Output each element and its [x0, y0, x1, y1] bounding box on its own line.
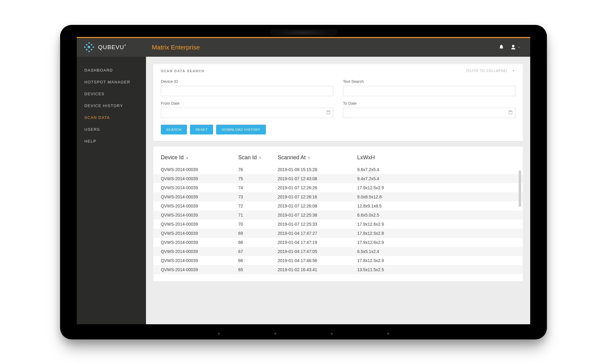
download-history-button[interactable]: DOWNLOAD HISTORY	[216, 125, 266, 134]
text-search-label: Text Search	[343, 79, 515, 84]
topbar: QUBEVU® Matrix Enterprise	[77, 38, 530, 57]
collapse-hint[interactable]: (CLICK TO COLLAPSE)	[466, 69, 508, 72]
table-row[interactable]: QVWS-2014-00039722019-01-07 12:26:0812.8…	[153, 201, 523, 211]
sidebar-item-scan-data[interactable]: SCAN DATA	[77, 112, 146, 123]
device-id-input[interactable]	[161, 86, 333, 96]
cell-device-id: QVWS-2014-00039	[161, 213, 238, 217]
cell-scanned-at: 2019-01-07 12:25:33	[278, 222, 357, 227]
user-menu[interactable]	[507, 44, 524, 50]
cell-scanned-at: 2019-01-07 12:43:08	[278, 176, 357, 181]
search-panel: SCAN DATA SEARCH (CLICK TO COLLAPSE) Dev…	[153, 64, 523, 141]
tablet-frame: QUBEVU® Matrix Enterprise DASHBOARDHOTSP…	[60, 25, 547, 339]
cell-device-id: QVWS-2014-00039	[161, 222, 238, 227]
sidebar-item-users[interactable]: USERS	[77, 123, 146, 135]
sidebar: DASHBOARDHOTSPOT MANAGERDEVICESDEVICE HI…	[77, 57, 146, 324]
from-date-label: From Date	[161, 101, 333, 106]
app-screen: QUBEVU® Matrix Enterprise DASHBOARDHOTSP…	[77, 37, 530, 324]
table-row[interactable]: QVWS-2014-00039742019-01-07 12:26:2617.9…	[153, 183, 523, 192]
scrollbar-thumb[interactable]	[519, 170, 521, 207]
from-date-input[interactable]	[161, 108, 333, 118]
col-scan-id[interactable]: Scan Id⇅	[238, 154, 278, 161]
chevron-up-icon[interactable]	[512, 68, 515, 74]
table-row[interactable]: QVWS-2014-00039762019-01-09 15:15:289.6x…	[153, 165, 523, 174]
brand-text: QUBEVU®	[98, 44, 126, 51]
cell-scanned-at: 2019-01-02 16:43:41	[278, 267, 357, 272]
cell-lwh: 9.4x7.2x5.4	[357, 176, 515, 181]
cell-scan-id: 68	[238, 240, 278, 245]
cell-device-id: QVWS-2014-00039	[161, 176, 238, 181]
cell-scanned-at: 2019-01-07 12:26:26	[278, 185, 357, 190]
cell-scan-id: 65	[238, 267, 278, 272]
logo-icon	[83, 42, 95, 53]
reset-button[interactable]: RESET	[190, 125, 213, 134]
cell-lwh: 17.8x12.5x2.9	[357, 258, 515, 263]
cell-device-id: QVWS-2014-00039	[161, 249, 238, 254]
table-row[interactable]: QVWS-2014-00039662019-01-04 17:46:5617.8…	[153, 256, 523, 265]
col-lwh[interactable]: LxWxH	[357, 154, 515, 161]
notifications-icon[interactable]	[496, 44, 507, 51]
cell-scanned-at: 2019-01-04 17:47:05	[278, 249, 357, 254]
search-button[interactable]: SEARCH	[161, 125, 187, 134]
text-search-input[interactable]	[343, 86, 515, 96]
cell-device-id: QVWS-2014-00039	[161, 240, 238, 245]
cell-scanned-at: 2019-01-07 12:26:08	[278, 204, 357, 208]
sidebar-item-help[interactable]: HELP	[77, 135, 146, 147]
sidebar-item-dashboard[interactable]: DASHBOARD	[77, 64, 146, 76]
table-row[interactable]: QVWS-2014-00039682019-01-04 17:47:1917.9…	[153, 238, 523, 247]
cell-lwh: 9.6x7.2x5.4	[357, 167, 515, 172]
table-row[interactable]: QVWS-2014-00039702019-01-07 12:25:3317.9…	[153, 220, 523, 229]
to-date-input[interactable]	[343, 108, 515, 118]
chevron-down-icon	[517, 46, 521, 49]
cell-scan-id: 73	[238, 194, 278, 199]
table-row[interactable]: QVWS-2014-00039732019-01-07 12:26:169.0x…	[153, 192, 523, 201]
cell-lwh: 13.5x11.5x2.5	[357, 267, 515, 272]
cell-scan-id: 71	[238, 213, 278, 217]
cell-scanned-at: 2019-01-07 12:26:16	[278, 194, 357, 199]
cell-scan-id: 70	[238, 222, 278, 227]
cell-scanned-at: 2019-01-04 17:47:19	[278, 240, 357, 245]
cell-lwh: 17.9x12.6x2.9	[357, 222, 515, 227]
sort-icon: ⇅	[259, 156, 261, 159]
cell-lwh: 17.9x12.6x2.9	[357, 240, 515, 245]
cell-device-id: QVWS-2014-00039	[161, 231, 238, 236]
cell-device-id: QVWS-2014-00039	[161, 167, 238, 172]
table-row[interactable]: QVWS-2014-00039652019-01-02 16:43:4113.5…	[153, 265, 523, 274]
calendar-icon[interactable]	[326, 110, 331, 116]
col-device-id[interactable]: Device Id▲	[161, 154, 238, 161]
cell-scan-id: 66	[238, 258, 278, 263]
cell-scanned-at: 2019-01-09 15:15:28	[278, 167, 357, 172]
app-title: Matrix Enterprise	[152, 44, 200, 51]
sidebar-item-device-history[interactable]: DEVICE HISTORY	[77, 100, 146, 112]
cell-lwh: 6.5x5.1x2.4	[357, 249, 515, 254]
calendar-icon[interactable]	[508, 110, 513, 116]
device-id-label: Device ID	[161, 79, 333, 84]
cell-device-id: QVWS-2014-00039	[161, 204, 238, 208]
table-body: QVWS-2014-00039762019-01-09 15:15:289.6x…	[153, 165, 523, 274]
col-scanned-at[interactable]: Scanned At⇅	[278, 154, 357, 161]
cell-scanned-at: 2019-01-04 17:46:56	[278, 258, 357, 263]
table-row[interactable]: QVWS-2014-00039672019-01-04 17:47:056.5x…	[153, 247, 523, 256]
brand-logo[interactable]: QUBEVU®	[83, 42, 146, 53]
cell-scan-id: 69	[238, 231, 278, 236]
table-header: Device Id▲ Scan Id⇅ Scanned At⇅ LxWxH	[153, 152, 523, 165]
tablet-notch	[270, 29, 337, 36]
cell-scan-id: 75	[238, 176, 278, 181]
sidebar-item-hotspot-manager[interactable]: HOTSPOT MANAGER	[77, 76, 146, 88]
table-row[interactable]: QVWS-2014-00039712019-01-07 12:25:386.6x…	[153, 211, 523, 220]
sort-icon: ⇅	[308, 156, 310, 159]
table-row[interactable]: QVWS-2014-00039752019-01-07 12:43:089.4x…	[153, 174, 523, 183]
sidebar-item-devices[interactable]: DEVICES	[77, 88, 146, 100]
sort-asc-icon: ▲	[186, 156, 189, 159]
cell-scan-id: 74	[238, 185, 278, 190]
results-table-panel: Device Id▲ Scan Id⇅ Scanned At⇅ LxWxH QV…	[153, 147, 523, 281]
cell-scan-id: 76	[238, 167, 278, 172]
cell-device-id: QVWS-2014-00039	[161, 267, 238, 272]
cell-lwh: 6.6x5.0x2.5	[357, 213, 515, 217]
table-row[interactable]: QVWS-2014-00039692019-01-04 17:47:2717.8…	[153, 229, 523, 238]
cell-device-id: QVWS-2014-00039	[161, 185, 238, 190]
cell-lwh: 9.0x8.5x12.8	[357, 194, 515, 199]
cell-scanned-at: 2019-01-04 17:47:27	[278, 231, 357, 236]
cell-scan-id: 72	[238, 204, 278, 208]
search-panel-title: SCAN DATA SEARCH	[161, 69, 205, 73]
cell-scan-id: 67	[238, 249, 278, 254]
